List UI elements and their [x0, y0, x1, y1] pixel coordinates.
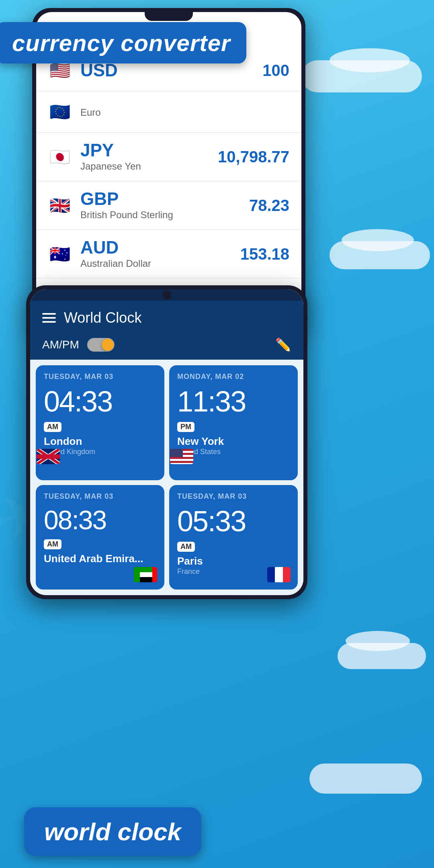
currency-name-jpy: Japanese Yen — [80, 161, 218, 172]
flag-gbp: 🇬🇧 — [48, 194, 72, 217]
clock-time-newyork: 11:33 — [177, 385, 290, 418]
hamburger-line-3 — [42, 321, 56, 323]
clock-card-paris[interactable]: TUESDAY, MAR 03 05:33 AM Paris France — [169, 485, 298, 590]
phone-notch — [145, 12, 193, 21]
clock-city-uae: United Arab Emira... — [44, 553, 156, 565]
currency-value-gbp: 78.23 — [249, 197, 289, 215]
world-clock-subheader: AM/PM ✏️ — [30, 332, 303, 360]
clock-card-newyork[interactable]: MONDAY, MAR 02 11:33 PM New York United … — [169, 365, 298, 480]
clock-city-london: London — [44, 435, 95, 448]
clock-date-uae: TUESDAY, MAR 03 — [44, 492, 156, 501]
clock-date-newyork: MONDAY, MAR 02 — [177, 373, 290, 381]
toggle-knob — [102, 339, 114, 351]
currency-info-eur: Euro — [80, 105, 289, 118]
currency-value-aud: 153.18 — [240, 245, 289, 263]
clock-time-paris: 05:33 — [177, 505, 290, 538]
clock-city-newyork: New York — [177, 435, 224, 448]
currency-row-eur[interactable]: 🇪🇺 Euro — [36, 91, 301, 133]
clock-date-paris: TUESDAY, MAR 03 — [177, 492, 290, 501]
world-clock-banner: world clock — [24, 807, 201, 856]
currency-name-eur: Euro — [80, 107, 289, 118]
currency-info-gbp: GBP British Pound Sterling — [80, 190, 249, 221]
flag-newyork — [170, 449, 193, 464]
clock-date-london: TUESDAY, MAR 03 — [44, 373, 156, 381]
ampm-label: AM/PM — [42, 338, 79, 351]
ampm-badge-newyork: PM — [177, 422, 194, 432]
currency-converter-banner: currency converter — [0, 22, 246, 63]
world-clock-banner-text: world clock — [44, 818, 181, 845]
world-clock-phone: World Clock AM/PM ✏️ TUESDAY, MAR 03 04:… — [26, 285, 307, 599]
currency-banner-text: currency converter — [12, 30, 230, 56]
clock-card-uae[interactable]: TUESDAY, MAR 03 08:33 AM United Arab Emi… — [36, 485, 164, 590]
currency-info-aud: AUD Australian Dollar — [80, 239, 240, 269]
ampm-badge-uae: AM — [44, 539, 61, 549]
clock-time-london: 04:33 — [44, 385, 156, 418]
flag-uae — [134, 567, 157, 582]
hamburger-line-1 — [42, 313, 56, 315]
currency-code-aud: AUD — [80, 239, 240, 256]
flag-eur: 🇪🇺 — [48, 100, 72, 123]
currency-value-jpy: 10,798.77 — [218, 148, 289, 166]
phone-bottom-notch-bar — [30, 289, 303, 301]
clock-card-london[interactable]: TUESDAY, MAR 03 04:33 AM London United K… — [36, 365, 164, 480]
hamburger-menu-button[interactable] — [42, 313, 56, 323]
ampm-badge-paris: AM — [177, 542, 195, 552]
flag-jpy: 🇯🇵 — [48, 145, 72, 168]
ampm-badge-london: AM — [44, 422, 61, 432]
currency-row-jpy[interactable]: 🇯🇵 JPY Japanese Yen 10,798.77 — [36, 133, 301, 181]
flag-aud: 🇦🇺 — [48, 242, 72, 266]
currency-row-aud[interactable]: 🇦🇺 AUD Australian Dollar 153.18 — [36, 230, 301, 278]
edit-icon[interactable]: ✏️ — [275, 337, 291, 352]
clock-time-uae: 08:33 — [44, 505, 156, 535]
currency-value-usd: 100 — [262, 61, 289, 80]
currency-code-usd: USD — [80, 61, 262, 79]
clock-grid: TUESDAY, MAR 03 04:33 AM London United K… — [30, 360, 303, 595]
ampm-toggle[interactable] — [87, 338, 115, 352]
world-clock-header: World Clock — [30, 301, 303, 332]
currency-info-usd: USD — [80, 61, 262, 79]
currency-name-aud: Australian Dollar — [80, 258, 240, 269]
currency-row-gbp[interactable]: 🇬🇧 GBP British Pound Sterling 78.23 — [36, 181, 301, 230]
world-clock-title: World Clock — [64, 309, 291, 326]
currency-info-jpy: JPY Japanese Yen — [80, 141, 218, 172]
flag-paris — [267, 567, 291, 582]
currency-name-gbp: British Pound Sterling — [80, 209, 249, 221]
camera-notch — [162, 291, 171, 299]
currency-code-jpy: JPY — [80, 141, 218, 159]
hamburger-line-2 — [42, 317, 56, 319]
flag-london — [37, 449, 60, 464]
currency-code-gbp: GBP — [80, 190, 249, 208]
clock-city-paris: Paris — [177, 555, 290, 567]
